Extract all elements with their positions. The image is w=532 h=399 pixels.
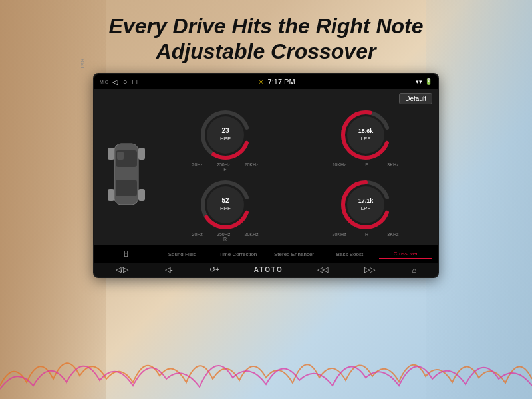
car-svg <box>102 138 150 211</box>
rst-label: RST <box>80 59 86 69</box>
nav-controls: ◁ ○ □ <box>112 78 137 86</box>
svg-text:23: 23 <box>221 127 229 134</box>
waveform-svg <box>0 346 532 399</box>
knob-grid: 23 HPF 20Hz 250Hz 20KHz F <box>158 108 432 241</box>
page-title: Every Drive Hits the Right Note Adjustab… <box>0 13 532 65</box>
hpf-front-channel-label: F <box>223 167 226 172</box>
lpf-rear-svg: 17.1k LPF <box>339 178 392 231</box>
hpf-front-section: 23 HPF 20Hz 250Hz 20KHz F <box>158 108 292 172</box>
wifi-icon: ▾▾ <box>416 78 422 85</box>
bass-boost-label: Bass Boost <box>336 251 363 257</box>
svg-rect-4 <box>138 148 145 160</box>
main-screen: Default <box>94 89 438 245</box>
device-reflection <box>106 278 426 291</box>
car-image <box>100 138 153 211</box>
lpf-rear-section: 17.1k LPF 20KHz R 3KHz <box>299 178 432 241</box>
equalizer-icon: 🎚 <box>122 249 130 259</box>
brightness-icon: ☀ <box>258 78 264 86</box>
screen-header: Default <box>100 93 432 104</box>
svg-rect-5 <box>108 189 114 201</box>
svg-rect-2 <box>116 180 137 196</box>
home-icon[interactable]: ○ <box>123 78 128 86</box>
svg-rect-3 <box>108 148 114 160</box>
battery-icon: 🔋 <box>425 78 432 85</box>
svg-point-25 <box>347 186 384 223</box>
head-unit: RST MIC ◁ ○ □ ☀ 7:17 PM ▾▾ 🔋 Default <box>93 73 439 278</box>
waveform-container <box>0 346 532 399</box>
ctrl-home[interactable]: ⌂ <box>410 265 420 275</box>
ctrl-minus[interactable]: ◁- <box>162 265 176 275</box>
svg-text:52: 52 <box>221 197 229 204</box>
hpf-front-svg: 23 HPF <box>199 108 252 162</box>
ctrl-rewind[interactable]: ◁◁ <box>315 265 331 275</box>
ctrl-plus[interactable]: ↺+ <box>207 265 222 275</box>
svg-rect-7 <box>117 152 124 160</box>
tab-stereo-enhancer[interactable]: Stereo Enhancer <box>267 249 321 259</box>
svg-text:LPF: LPF <box>360 205 370 211</box>
hpf-front-center-label: 250Hz <box>217 162 230 167</box>
hpf-front-right-label: 20KHz <box>244 162 258 167</box>
svg-text:HPF: HPF <box>220 205 231 211</box>
svg-point-15 <box>347 116 384 154</box>
hpf-front-knob[interactable]: 23 HPF <box>199 108 252 162</box>
atoto-logo: ATOTO <box>254 266 283 273</box>
crossover-area: 23 HPF 20Hz 250Hz 20KHz F <box>100 108 432 241</box>
time-display: 7:17 PM <box>268 78 295 86</box>
control-bar: ◁/▷ ◁- ↺+ ATOTO ◁◁ ▷▷ ⌂ <box>94 263 438 277</box>
stereo-enhancer-label: Stereo Enhancer <box>274 251 314 257</box>
svg-rect-6 <box>138 189 145 201</box>
lpf-front-right-label: 3KHz <box>387 162 398 167</box>
lpf-front-svg: 18.6k LPF <box>339 108 392 162</box>
lpf-front-knob[interactable]: 18.6k LPF <box>339 108 392 162</box>
hpf-rear-right-label: 20KHz <box>244 232 258 237</box>
hpf-front-left-label: 20Hz <box>192 162 203 167</box>
lpf-rear-knob[interactable]: 17.1k LPF <box>339 178 392 231</box>
lpf-front-left-label: 20KHz <box>332 162 346 167</box>
tab-equalizer[interactable]: 🎚 <box>100 248 153 260</box>
ctrl-prev-next[interactable]: ◁/▷ <box>113 265 131 275</box>
svg-text:LPF: LPF <box>360 136 370 142</box>
bottom-nav: 🎚 Sound Field Time Correction Stereo Enh… <box>94 245 438 263</box>
lpf-rear-right-label: 3KHz <box>387 232 398 237</box>
ctrl-forward[interactable]: ▷▷ <box>362 265 378 275</box>
device-container: RST MIC ◁ ○ □ ☀ 7:17 PM ▾▾ 🔋 Default <box>93 73 439 291</box>
hpf-rear-section: 52 HPF 20Hz 250Hz 20KHz R <box>158 178 292 241</box>
title-area: Every Drive Hits the Right Note Adjustab… <box>0 13 532 65</box>
tab-bass-boost[interactable]: Bass Boost <box>323 249 376 259</box>
tab-sound-field[interactable]: Sound Field <box>156 249 209 259</box>
svg-text:18.6k: 18.6k <box>358 128 374 134</box>
tab-time-correction[interactable]: Time Correction <box>211 249 265 259</box>
lpf-front-center-label: F <box>365 162 368 167</box>
hpf-rear-channel-label: R <box>223 237 227 241</box>
back-icon[interactable]: ◁ <box>112 78 118 86</box>
tab-crossover[interactable]: Crossover <box>379 249 432 259</box>
svg-point-20 <box>207 186 244 223</box>
crossover-label: Crossover <box>394 251 418 257</box>
lpf-rear-left-label: 20KHz <box>332 232 346 237</box>
status-bar: MIC ◁ ○ □ ☀ 7:17 PM ▾▾ 🔋 <box>94 74 438 89</box>
status-right: ▾▾ 🔋 <box>416 78 432 85</box>
hpf-rear-center-label: 250Hz <box>217 232 230 237</box>
hpf-rear-left-label: 20Hz <box>192 232 203 237</box>
hpf-rear-svg: 52 HPF <box>199 178 252 231</box>
recents-icon[interactable]: □ <box>133 78 138 86</box>
svg-point-10 <box>207 116 244 154</box>
time-correction-label: Time Correction <box>219 251 257 257</box>
svg-text:HPF: HPF <box>220 136 231 142</box>
hpf-rear-knob[interactable]: 52 HPF <box>199 178 252 231</box>
lpf-front-section: 18.6k LPF 20KHz F 3KHz <box>299 108 432 172</box>
default-button[interactable]: Default <box>399 93 432 104</box>
mic-label: MIC <box>100 80 108 84</box>
lpf-rear-center-label: R <box>365 232 368 237</box>
sound-field-label: Sound Field <box>168 251 197 257</box>
status-center: ☀ 7:17 PM <box>137 78 416 86</box>
svg-text:17.1k: 17.1k <box>358 198 374 204</box>
